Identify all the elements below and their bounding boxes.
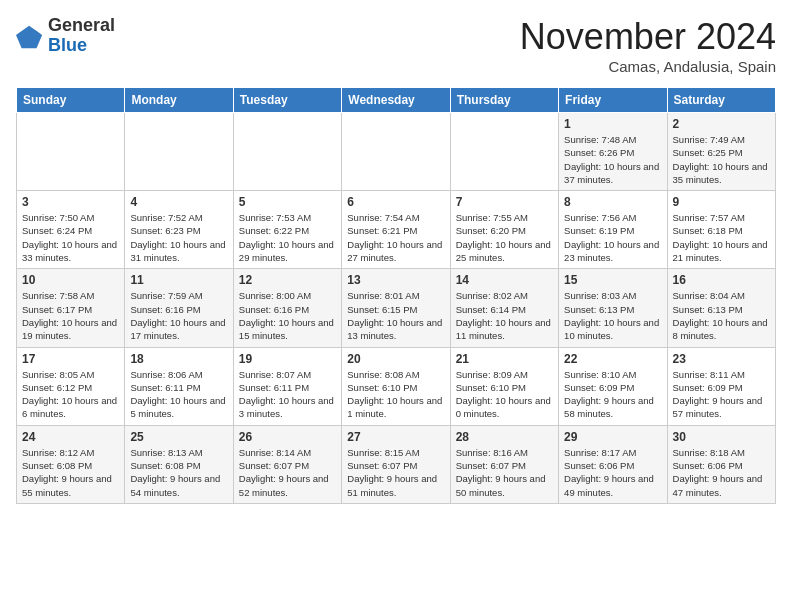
day-number: 13 bbox=[347, 273, 444, 287]
day-info: Sunrise: 7:57 AM Sunset: 6:18 PM Dayligh… bbox=[673, 211, 770, 264]
day-number: 4 bbox=[130, 195, 227, 209]
calendar-cell: 7Sunrise: 7:55 AM Sunset: 6:20 PM Daylig… bbox=[450, 191, 558, 269]
calendar-cell: 25Sunrise: 8:13 AM Sunset: 6:08 PM Dayli… bbox=[125, 425, 233, 503]
day-info: Sunrise: 7:48 AM Sunset: 6:26 PM Dayligh… bbox=[564, 133, 661, 186]
day-info: Sunrise: 8:18 AM Sunset: 6:06 PM Dayligh… bbox=[673, 446, 770, 499]
week-row-2: 3Sunrise: 7:50 AM Sunset: 6:24 PM Daylig… bbox=[17, 191, 776, 269]
day-info: Sunrise: 7:55 AM Sunset: 6:20 PM Dayligh… bbox=[456, 211, 553, 264]
day-info: Sunrise: 8:16 AM Sunset: 6:07 PM Dayligh… bbox=[456, 446, 553, 499]
day-info: Sunrise: 8:03 AM Sunset: 6:13 PM Dayligh… bbox=[564, 289, 661, 342]
day-number: 30 bbox=[673, 430, 770, 444]
calendar-cell: 4Sunrise: 7:52 AM Sunset: 6:23 PM Daylig… bbox=[125, 191, 233, 269]
calendar-cell bbox=[125, 113, 233, 191]
day-number: 5 bbox=[239, 195, 336, 209]
calendar-cell: 21Sunrise: 8:09 AM Sunset: 6:10 PM Dayli… bbox=[450, 347, 558, 425]
logo-text: General Blue bbox=[48, 16, 115, 56]
day-info: Sunrise: 8:01 AM Sunset: 6:15 PM Dayligh… bbox=[347, 289, 444, 342]
week-row-5: 24Sunrise: 8:12 AM Sunset: 6:08 PM Dayli… bbox=[17, 425, 776, 503]
week-row-4: 17Sunrise: 8:05 AM Sunset: 6:12 PM Dayli… bbox=[17, 347, 776, 425]
day-header-sunday: Sunday bbox=[17, 88, 125, 113]
calendar-table: SundayMondayTuesdayWednesdayThursdayFrid… bbox=[16, 87, 776, 504]
calendar-cell: 23Sunrise: 8:11 AM Sunset: 6:09 PM Dayli… bbox=[667, 347, 775, 425]
day-info: Sunrise: 8:17 AM Sunset: 6:06 PM Dayligh… bbox=[564, 446, 661, 499]
day-number: 6 bbox=[347, 195, 444, 209]
logo-blue: Blue bbox=[48, 35, 87, 55]
day-number: 18 bbox=[130, 352, 227, 366]
calendar-cell: 12Sunrise: 8:00 AM Sunset: 6:16 PM Dayli… bbox=[233, 269, 341, 347]
month-title: November 2024 bbox=[520, 16, 776, 58]
day-info: Sunrise: 8:10 AM Sunset: 6:09 PM Dayligh… bbox=[564, 368, 661, 421]
day-header-wednesday: Wednesday bbox=[342, 88, 450, 113]
day-info: Sunrise: 8:04 AM Sunset: 6:13 PM Dayligh… bbox=[673, 289, 770, 342]
calendar-cell bbox=[233, 113, 341, 191]
calendar-cell: 15Sunrise: 8:03 AM Sunset: 6:13 PM Dayli… bbox=[559, 269, 667, 347]
title-block: November 2024 Camas, Andalusia, Spain bbox=[520, 16, 776, 75]
day-number: 20 bbox=[347, 352, 444, 366]
day-number: 21 bbox=[456, 352, 553, 366]
calendar-body: 1Sunrise: 7:48 AM Sunset: 6:26 PM Daylig… bbox=[17, 113, 776, 504]
day-info: Sunrise: 7:59 AM Sunset: 6:16 PM Dayligh… bbox=[130, 289, 227, 342]
day-number: 2 bbox=[673, 117, 770, 131]
day-info: Sunrise: 8:07 AM Sunset: 6:11 PM Dayligh… bbox=[239, 368, 336, 421]
day-info: Sunrise: 8:15 AM Sunset: 6:07 PM Dayligh… bbox=[347, 446, 444, 499]
day-info: Sunrise: 8:00 AM Sunset: 6:16 PM Dayligh… bbox=[239, 289, 336, 342]
location: Camas, Andalusia, Spain bbox=[520, 58, 776, 75]
day-number: 7 bbox=[456, 195, 553, 209]
calendar-cell: 24Sunrise: 8:12 AM Sunset: 6:08 PM Dayli… bbox=[17, 425, 125, 503]
calendar-cell: 3Sunrise: 7:50 AM Sunset: 6:24 PM Daylig… bbox=[17, 191, 125, 269]
day-info: Sunrise: 7:58 AM Sunset: 6:17 PM Dayligh… bbox=[22, 289, 119, 342]
calendar-cell: 9Sunrise: 7:57 AM Sunset: 6:18 PM Daylig… bbox=[667, 191, 775, 269]
day-header-monday: Monday bbox=[125, 88, 233, 113]
day-number: 19 bbox=[239, 352, 336, 366]
day-info: Sunrise: 8:13 AM Sunset: 6:08 PM Dayligh… bbox=[130, 446, 227, 499]
logo: General Blue bbox=[16, 16, 115, 56]
day-number: 17 bbox=[22, 352, 119, 366]
calendar-cell: 29Sunrise: 8:17 AM Sunset: 6:06 PM Dayli… bbox=[559, 425, 667, 503]
calendar-cell: 2Sunrise: 7:49 AM Sunset: 6:25 PM Daylig… bbox=[667, 113, 775, 191]
day-number: 26 bbox=[239, 430, 336, 444]
calendar-cell: 22Sunrise: 8:10 AM Sunset: 6:09 PM Dayli… bbox=[559, 347, 667, 425]
day-info: Sunrise: 8:14 AM Sunset: 6:07 PM Dayligh… bbox=[239, 446, 336, 499]
day-number: 16 bbox=[673, 273, 770, 287]
day-number: 27 bbox=[347, 430, 444, 444]
logo-icon bbox=[16, 22, 44, 50]
day-number: 22 bbox=[564, 352, 661, 366]
calendar-cell: 20Sunrise: 8:08 AM Sunset: 6:10 PM Dayli… bbox=[342, 347, 450, 425]
header-row: SundayMondayTuesdayWednesdayThursdayFrid… bbox=[17, 88, 776, 113]
day-info: Sunrise: 8:05 AM Sunset: 6:12 PM Dayligh… bbox=[22, 368, 119, 421]
week-row-1: 1Sunrise: 7:48 AM Sunset: 6:26 PM Daylig… bbox=[17, 113, 776, 191]
day-number: 24 bbox=[22, 430, 119, 444]
calendar-cell: 26Sunrise: 8:14 AM Sunset: 6:07 PM Dayli… bbox=[233, 425, 341, 503]
day-info: Sunrise: 8:12 AM Sunset: 6:08 PM Dayligh… bbox=[22, 446, 119, 499]
day-number: 9 bbox=[673, 195, 770, 209]
day-header-thursday: Thursday bbox=[450, 88, 558, 113]
calendar-cell bbox=[17, 113, 125, 191]
day-number: 12 bbox=[239, 273, 336, 287]
calendar-header: SundayMondayTuesdayWednesdayThursdayFrid… bbox=[17, 88, 776, 113]
day-number: 8 bbox=[564, 195, 661, 209]
day-number: 29 bbox=[564, 430, 661, 444]
day-info: Sunrise: 7:54 AM Sunset: 6:21 PM Dayligh… bbox=[347, 211, 444, 264]
calendar-cell bbox=[342, 113, 450, 191]
calendar-cell: 10Sunrise: 7:58 AM Sunset: 6:17 PM Dayli… bbox=[17, 269, 125, 347]
day-info: Sunrise: 7:56 AM Sunset: 6:19 PM Dayligh… bbox=[564, 211, 661, 264]
day-number: 23 bbox=[673, 352, 770, 366]
calendar-cell bbox=[450, 113, 558, 191]
calendar-cell: 1Sunrise: 7:48 AM Sunset: 6:26 PM Daylig… bbox=[559, 113, 667, 191]
calendar-cell: 14Sunrise: 8:02 AM Sunset: 6:14 PM Dayli… bbox=[450, 269, 558, 347]
calendar-cell: 30Sunrise: 8:18 AM Sunset: 6:06 PM Dayli… bbox=[667, 425, 775, 503]
day-info: Sunrise: 7:49 AM Sunset: 6:25 PM Dayligh… bbox=[673, 133, 770, 186]
day-info: Sunrise: 7:52 AM Sunset: 6:23 PM Dayligh… bbox=[130, 211, 227, 264]
day-number: 25 bbox=[130, 430, 227, 444]
day-header-tuesday: Tuesday bbox=[233, 88, 341, 113]
day-number: 15 bbox=[564, 273, 661, 287]
day-number: 3 bbox=[22, 195, 119, 209]
day-info: Sunrise: 7:50 AM Sunset: 6:24 PM Dayligh… bbox=[22, 211, 119, 264]
day-info: Sunrise: 8:09 AM Sunset: 6:10 PM Dayligh… bbox=[456, 368, 553, 421]
svg-marker-0 bbox=[16, 26, 42, 48]
page-header: General Blue November 2024 Camas, Andalu… bbox=[16, 16, 776, 75]
calendar-cell: 16Sunrise: 8:04 AM Sunset: 6:13 PM Dayli… bbox=[667, 269, 775, 347]
day-info: Sunrise: 7:53 AM Sunset: 6:22 PM Dayligh… bbox=[239, 211, 336, 264]
logo-general: General bbox=[48, 15, 115, 35]
day-info: Sunrise: 8:02 AM Sunset: 6:14 PM Dayligh… bbox=[456, 289, 553, 342]
